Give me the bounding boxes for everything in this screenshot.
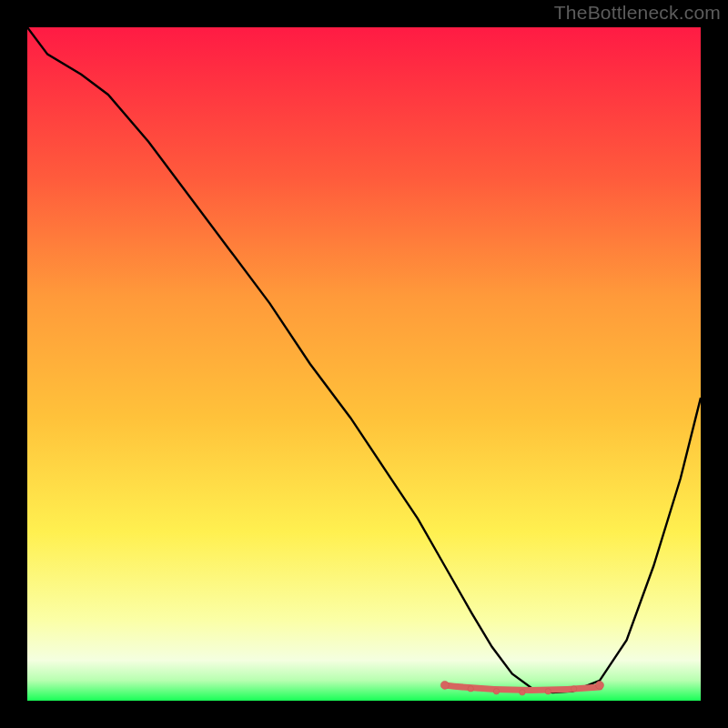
- optimal-dot: [468, 686, 473, 692]
- chart-frame: TheBottleneck.com: [0, 0, 728, 728]
- gradient-background: [27, 27, 701, 701]
- optimal-dot: [571, 686, 576, 692]
- bottleneck-curve-plot: [27, 27, 701, 701]
- optimal-dot: [545, 689, 551, 694]
- optimal-dot: [596, 681, 604, 689]
- optimal-dot: [520, 690, 525, 695]
- watermark-text: TheBottleneck.com: [554, 2, 721, 24]
- optimal-dot: [493, 689, 499, 694]
- optimal-dot: [440, 681, 449, 689]
